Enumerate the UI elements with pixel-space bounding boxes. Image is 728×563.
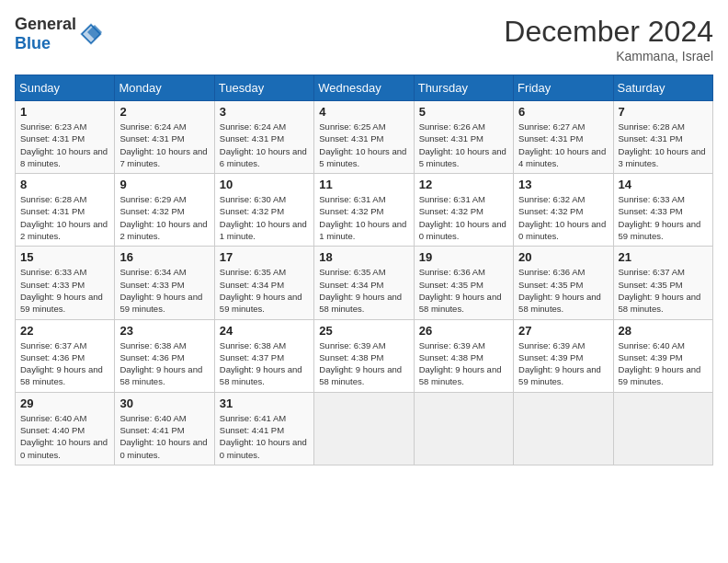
calendar-cell	[613, 392, 712, 465]
day-number: 17	[220, 250, 309, 264]
day-number: 19	[419, 250, 508, 264]
calendar-cell: 13 Sunrise: 6:32 AM Sunset: 4:32 PM Dayl…	[514, 174, 613, 247]
calendar-cell	[414, 392, 513, 465]
header-thursday: Thursday	[414, 75, 513, 101]
calendar-cell: 7 Sunrise: 6:28 AM Sunset: 4:31 PM Dayli…	[613, 101, 712, 174]
calendar-table: SundayMondayTuesdayWednesdayThursdayFrid…	[15, 75, 713, 465]
page-header: General Blue December 2024 Kammana, Isra…	[15, 15, 713, 63]
day-number: 22	[20, 324, 109, 338]
calendar-cell: 19 Sunrise: 6:36 AM Sunset: 4:35 PM Dayl…	[414, 247, 513, 319]
day-number: 12	[419, 178, 508, 191]
calendar-cell: 12 Sunrise: 6:31 AM Sunset: 4:32 PM Dayl…	[414, 174, 513, 247]
calendar-cell: 22 Sunrise: 6:37 AM Sunset: 4:36 PM Dayl…	[16, 319, 115, 392]
day-info: Sunrise: 6:32 AM Sunset: 4:32 PM Dayligh…	[518, 193, 608, 242]
day-number: 20	[518, 250, 608, 264]
day-number: 3	[220, 105, 309, 119]
calendar-cell: 27 Sunrise: 6:39 AM Sunset: 4:39 PM Dayl…	[514, 319, 613, 392]
day-info: Sunrise: 6:24 AM Sunset: 4:31 PM Dayligh…	[119, 121, 209, 169]
day-number: 16	[119, 250, 209, 264]
logo-general: General	[15, 15, 76, 33]
day-number: 2	[119, 105, 209, 119]
calendar-cell: 8 Sunrise: 6:28 AM Sunset: 4:31 PM Dayli…	[16, 174, 115, 247]
day-info: Sunrise: 6:34 AM Sunset: 4:33 PM Dayligh…	[119, 266, 209, 315]
calendar-cell: 10 Sunrise: 6:30 AM Sunset: 4:32 PM Dayl…	[214, 174, 313, 247]
day-info: Sunrise: 6:37 AM Sunset: 4:35 PM Dayligh…	[619, 266, 708, 315]
calendar-cell: 1 Sunrise: 6:23 AM Sunset: 4:31 PM Dayli…	[16, 101, 115, 174]
calendar-cell: 24 Sunrise: 6:38 AM Sunset: 4:37 PM Dayl…	[214, 319, 313, 392]
day-number: 26	[419, 324, 508, 338]
header-monday: Monday	[115, 75, 214, 101]
day-number: 15	[20, 250, 109, 264]
day-info: Sunrise: 6:29 AM Sunset: 4:32 PM Dayligh…	[119, 193, 209, 242]
calendar-week-5: 29 Sunrise: 6:40 AM Sunset: 4:40 PM Dayl…	[16, 392, 713, 465]
day-number: 14	[619, 178, 708, 191]
calendar-cell	[314, 392, 414, 465]
day-info: Sunrise: 6:39 AM Sunset: 4:38 PM Dayligh…	[319, 339, 408, 388]
day-info: Sunrise: 6:26 AM Sunset: 4:31 PM Dayligh…	[419, 121, 508, 169]
day-number: 28	[619, 324, 708, 338]
calendar-cell: 4 Sunrise: 6:25 AM Sunset: 4:31 PM Dayli…	[314, 101, 414, 174]
calendar-cell: 23 Sunrise: 6:38 AM Sunset: 4:36 PM Dayl…	[115, 319, 214, 392]
logo-text: General Blue	[15, 15, 76, 53]
day-info: Sunrise: 6:41 AM Sunset: 4:41 PM Dayligh…	[220, 412, 309, 461]
day-info: Sunrise: 6:27 AM Sunset: 4:31 PM Dayligh…	[518, 121, 608, 169]
day-info: Sunrise: 6:28 AM Sunset: 4:31 PM Dayligh…	[619, 121, 708, 169]
calendar-cell	[514, 392, 613, 465]
day-number: 1	[20, 105, 109, 119]
day-number: 5	[419, 105, 508, 119]
calendar-cell: 21 Sunrise: 6:37 AM Sunset: 4:35 PM Dayl…	[613, 247, 712, 319]
day-number: 25	[319, 324, 408, 338]
month-title: December 2024	[504, 15, 713, 49]
logo-icon	[78, 21, 104, 47]
calendar-cell: 17 Sunrise: 6:35 AM Sunset: 4:34 PM Dayl…	[214, 247, 313, 319]
day-info: Sunrise: 6:40 AM Sunset: 4:41 PM Dayligh…	[119, 412, 209, 461]
calendar-cell: 11 Sunrise: 6:31 AM Sunset: 4:32 PM Dayl…	[314, 174, 414, 247]
day-info: Sunrise: 6:33 AM Sunset: 4:33 PM Dayligh…	[20, 266, 109, 315]
calendar-cell: 6 Sunrise: 6:27 AM Sunset: 4:31 PM Dayli…	[514, 101, 613, 174]
day-info: Sunrise: 6:35 AM Sunset: 4:34 PM Dayligh…	[220, 266, 309, 315]
header-wednesday: Wednesday	[314, 75, 414, 101]
day-info: Sunrise: 6:39 AM Sunset: 4:38 PM Dayligh…	[419, 339, 508, 388]
header-friday: Friday	[514, 75, 613, 101]
day-info: Sunrise: 6:38 AM Sunset: 4:37 PM Dayligh…	[220, 339, 309, 388]
day-info: Sunrise: 6:33 AM Sunset: 4:33 PM Dayligh…	[619, 193, 708, 242]
calendar-cell: 14 Sunrise: 6:33 AM Sunset: 4:33 PM Dayl…	[613, 174, 712, 247]
day-info: Sunrise: 6:38 AM Sunset: 4:36 PM Dayligh…	[119, 339, 209, 388]
day-info: Sunrise: 6:36 AM Sunset: 4:35 PM Dayligh…	[518, 266, 608, 315]
day-number: 29	[20, 396, 109, 410]
logo-blue: Blue	[15, 34, 51, 52]
location: Kammana, Israel	[504, 49, 713, 63]
day-info: Sunrise: 6:40 AM Sunset: 4:39 PM Dayligh…	[619, 339, 708, 388]
day-number: 13	[518, 178, 608, 191]
calendar-cell: 25 Sunrise: 6:39 AM Sunset: 4:38 PM Dayl…	[314, 319, 414, 392]
header-sunday: Sunday	[16, 75, 115, 101]
calendar-cell: 20 Sunrise: 6:36 AM Sunset: 4:35 PM Dayl…	[514, 247, 613, 319]
day-info: Sunrise: 6:37 AM Sunset: 4:36 PM Dayligh…	[20, 339, 109, 388]
day-number: 24	[220, 324, 309, 338]
calendar-cell: 3 Sunrise: 6:24 AM Sunset: 4:31 PM Dayli…	[214, 101, 313, 174]
calendar-cell: 28 Sunrise: 6:40 AM Sunset: 4:39 PM Dayl…	[613, 319, 712, 392]
day-number: 7	[619, 105, 708, 119]
calendar-cell: 2 Sunrise: 6:24 AM Sunset: 4:31 PM Dayli…	[115, 101, 214, 174]
calendar-week-4: 22 Sunrise: 6:37 AM Sunset: 4:36 PM Dayl…	[16, 319, 713, 392]
calendar-header-row: SundayMondayTuesdayWednesdayThursdayFrid…	[16, 75, 713, 101]
day-info: Sunrise: 6:35 AM Sunset: 4:34 PM Dayligh…	[319, 266, 408, 315]
calendar-cell: 16 Sunrise: 6:34 AM Sunset: 4:33 PM Dayl…	[115, 247, 214, 319]
day-info: Sunrise: 6:30 AM Sunset: 4:32 PM Dayligh…	[220, 193, 309, 242]
calendar-cell: 9 Sunrise: 6:29 AM Sunset: 4:32 PM Dayli…	[115, 174, 214, 247]
day-info: Sunrise: 6:36 AM Sunset: 4:35 PM Dayligh…	[419, 266, 508, 315]
calendar-cell: 5 Sunrise: 6:26 AM Sunset: 4:31 PM Dayli…	[414, 101, 513, 174]
calendar-week-1: 1 Sunrise: 6:23 AM Sunset: 4:31 PM Dayli…	[16, 101, 713, 174]
day-info: Sunrise: 6:31 AM Sunset: 4:32 PM Dayligh…	[419, 193, 508, 242]
day-info: Sunrise: 6:24 AM Sunset: 4:31 PM Dayligh…	[220, 121, 309, 169]
day-number: 18	[319, 250, 408, 264]
day-number: 8	[20, 178, 109, 191]
calendar-cell: 18 Sunrise: 6:35 AM Sunset: 4:34 PM Dayl…	[314, 247, 414, 319]
calendar-cell: 31 Sunrise: 6:41 AM Sunset: 4:41 PM Dayl…	[214, 392, 313, 465]
day-number: 10	[220, 178, 309, 191]
day-number: 23	[119, 324, 209, 338]
logo: General Blue	[15, 15, 104, 53]
calendar-cell: 15 Sunrise: 6:33 AM Sunset: 4:33 PM Dayl…	[16, 247, 115, 319]
day-number: 6	[518, 105, 608, 119]
day-info: Sunrise: 6:25 AM Sunset: 4:31 PM Dayligh…	[319, 121, 408, 169]
